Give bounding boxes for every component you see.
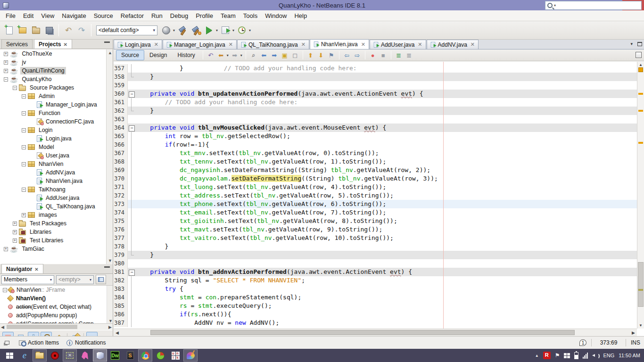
chevron-down-icon[interactable]: ▾ bbox=[216, 28, 218, 33]
hidden-icons-button[interactable]: ▲ bbox=[535, 354, 539, 358]
line-number[interactable]: 387 bbox=[114, 319, 128, 327]
stop-macro-button[interactable]: ■ bbox=[378, 50, 388, 60]
line-number[interactable]: 381 bbox=[114, 268, 128, 276]
line-number[interactable]: 385 bbox=[114, 302, 128, 310]
code-editor[interactable]: 357 } // TODO add your handling code her… bbox=[114, 62, 637, 329]
code-line-372[interactable]: 372 txt_address.setText(tbl_nv.getValueA… bbox=[114, 191, 637, 200]
line-number[interactable]: 384 bbox=[114, 293, 128, 302]
line-number[interactable]: 363 bbox=[114, 115, 128, 123]
collapse-icon[interactable]: − bbox=[22, 128, 26, 132]
start-button[interactable] bbox=[2, 349, 17, 362]
expand-icon[interactable]: + bbox=[13, 239, 17, 243]
menu-profile[interactable]: Profile bbox=[192, 11, 217, 20]
expand-icon[interactable]: + bbox=[4, 247, 8, 251]
forward-button[interactable]: ➡ bbox=[230, 50, 240, 60]
navigator-hscrollbar[interactable]: ◀ ▶ bbox=[0, 324, 113, 330]
tree-item-test-packages[interactable]: +Test Packages bbox=[0, 219, 113, 228]
rectangular-selection-button[interactable]: ◻ bbox=[290, 50, 300, 60]
navigator-item[interactable]: −NhanVien :: JFrame bbox=[0, 286, 113, 294]
code-line-378[interactable]: 378 } bbox=[114, 242, 637, 251]
line-number[interactable]: 382 bbox=[114, 276, 128, 285]
tree-item-admin[interactable]: −Admin bbox=[0, 92, 113, 100]
close-tab-icon[interactable]: ✕ bbox=[361, 41, 365, 48]
warning-mark[interactable] bbox=[638, 142, 643, 144]
new-project-button[interactable]: + bbox=[16, 24, 29, 37]
toggle-highlight-button[interactable]: ▣ bbox=[280, 50, 290, 60]
code-line-359[interactable]: 359 bbox=[114, 81, 637, 90]
previous-bookmark-button[interactable]: ⬆ bbox=[305, 50, 316, 60]
undo-button[interactable]: ↶ bbox=[62, 24, 75, 37]
navigator-item[interactable]: add(PopupMenu popup) bbox=[0, 311, 113, 320]
chevron-down-icon[interactable]: ▾ bbox=[240, 53, 242, 58]
bookmark-mark[interactable] bbox=[638, 289, 643, 291]
chevron-down-icon[interactable]: ▾ bbox=[249, 28, 251, 33]
tree-item-ql_taikhoang-java[interactable]: QL_TaiKhoang.java bbox=[0, 202, 113, 211]
comment-button[interactable]: ≣ bbox=[394, 50, 404, 60]
new-file-button[interactable]: + bbox=[3, 24, 16, 37]
line-number[interactable]: 360 bbox=[114, 90, 128, 98]
shift-right-button[interactable]: ⇨ bbox=[352, 50, 363, 60]
close-icon[interactable]: ✕ bbox=[34, 267, 38, 272]
code-line-386[interactable]: 386 if(rs.next()){ bbox=[114, 310, 637, 319]
minimize-panel-icon[interactable] bbox=[104, 266, 110, 268]
set-configuration-button[interactable] bbox=[159, 24, 173, 37]
menu-run[interactable]: Run bbox=[148, 11, 166, 20]
volume-icon[interactable] bbox=[592, 353, 599, 358]
code-line-367[interactable]: 367 txt_mnv.setText(tbl_nv.getValueAt(ro… bbox=[114, 149, 637, 157]
tree-item-quanlitinhcong[interactable]: +☕QuanLiTinhCong bbox=[0, 66, 113, 75]
tree-item-login[interactable]: −Login bbox=[0, 126, 113, 134]
chevron-down-icon[interactable]: ▾ bbox=[232, 28, 234, 33]
taskbar-idm[interactable] bbox=[153, 349, 167, 362]
quick-search[interactable]: ▾ bbox=[545, 1, 642, 10]
notifications-button[interactable]: i Notifications bbox=[63, 339, 109, 346]
collapse-icon[interactable]: − bbox=[22, 94, 26, 99]
tree-item-tamgiac[interactable]: +☕TamGiac bbox=[0, 245, 113, 253]
history-button[interactable]: History bbox=[172, 50, 200, 60]
line-number[interactable]: 375 bbox=[114, 217, 128, 225]
tab-services[interactable]: Services bbox=[1, 39, 33, 49]
scroll-down-icon[interactable]: ▼ bbox=[108, 319, 113, 323]
tree-item-adduser-java[interactable]: AddUser.java bbox=[0, 194, 113, 202]
find-next-button[interactable]: ➡ bbox=[269, 50, 280, 60]
tree-item-jv[interactable]: +☕jv bbox=[0, 58, 113, 66]
members-combobox[interactable]: Members▾ bbox=[1, 275, 54, 284]
close-tab-icon[interactable]: ✕ bbox=[301, 41, 305, 48]
minimize-panel-icon[interactable] bbox=[104, 41, 110, 43]
collapse-icon[interactable]: − bbox=[22, 111, 26, 115]
line-number[interactable]: 370 bbox=[114, 174, 128, 183]
code-line-365[interactable]: 365 int row = tbl_nv.getSelectedRow(); bbox=[114, 132, 637, 140]
warning-mark[interactable] bbox=[638, 110, 643, 112]
code-line-375[interactable]: 375 txt_gioitinh.setText(tbl_nv.getValue… bbox=[114, 217, 637, 225]
fold-collapse-icon[interactable] bbox=[128, 90, 135, 98]
code-line-382[interactable]: 382 String sql = "SELECT * FROM NHANVIEN… bbox=[114, 276, 637, 285]
find-previous-button[interactable]: ⬅ bbox=[259, 50, 269, 60]
warning-mark[interactable] bbox=[638, 93, 643, 95]
tab-projects[interactable]: Projects✕ bbox=[34, 39, 72, 49]
scroll-right-icon[interactable]: ▶ bbox=[108, 325, 112, 329]
scroll-left-icon[interactable]: ◀ bbox=[1, 325, 4, 329]
line-number[interactable]: 362 bbox=[114, 107, 128, 115]
tree-item-test-libraries[interactable]: +Test Libraries bbox=[0, 236, 113, 245]
fold-collapse-icon[interactable] bbox=[128, 123, 135, 132]
collapse-icon[interactable]: − bbox=[3, 288, 7, 292]
close-tab-icon[interactable]: ✕ bbox=[418, 41, 422, 48]
line-number[interactable]: 380 bbox=[114, 259, 128, 268]
line-number[interactable]: 386 bbox=[114, 310, 128, 319]
taskbar-dreamweaver[interactable]: Dw bbox=[108, 349, 122, 362]
tree-item-login-java[interactable]: Login.java bbox=[0, 134, 113, 143]
code-line-361[interactable]: 361 // TODO add your handling code here: bbox=[114, 98, 637, 107]
line-number[interactable]: 376 bbox=[114, 225, 128, 234]
code-line-366[interactable]: 366 if(row!=-1){ bbox=[114, 140, 637, 149]
window-group-icon[interactable] bbox=[5, 341, 9, 345]
menu-tools[interactable]: Tools bbox=[239, 11, 261, 20]
search-input[interactable] bbox=[556, 2, 641, 9]
code-line-379[interactable]: 379 } bbox=[114, 251, 637, 259]
editor-tab-addnv-java[interactable]: AddNV.java✕ bbox=[427, 40, 479, 49]
taskbar-chrome[interactable] bbox=[138, 349, 152, 362]
expand-icon[interactable]: + bbox=[4, 69, 8, 73]
code-line-369[interactable]: 369 dc_ngaysinh.setDateFormatString((Str… bbox=[114, 166, 637, 174]
menu-refactor[interactable]: Refactor bbox=[117, 11, 148, 20]
code-line-376[interactable]: 376 txt_mavt.setText(tbl_nv.getValueAt(r… bbox=[114, 225, 637, 234]
line-number[interactable]: 379 bbox=[114, 251, 128, 259]
tree-item-source-packages[interactable]: −Source Packages bbox=[0, 83, 113, 92]
